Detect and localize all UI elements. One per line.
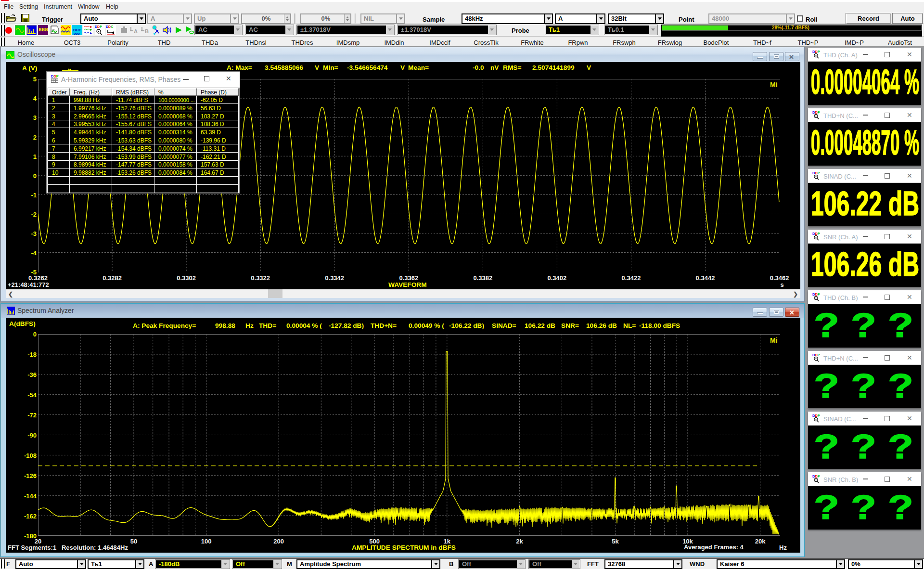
svg-text:106.26 dB: 106.26 dB [811, 246, 919, 283]
svg-text:? ? ?: ? ? ? [814, 428, 913, 466]
svg-text:B: B [145, 28, 149, 34]
svg-text:? ? ?: ? ? ? [814, 307, 913, 344]
svg-text:? ? ?: ? ? ? [814, 367, 913, 405]
svg-text:106.22 dB: 106.22 dB [811, 185, 919, 222]
svg-text:0.00004064 %: 0.00004064 % [811, 63, 919, 101]
svg-text:0.00048870 %: 0.00048870 % [811, 123, 919, 162]
svg-text:A: A [134, 28, 138, 34]
svg-text:? ? ?: ? ? ? [814, 489, 913, 526]
